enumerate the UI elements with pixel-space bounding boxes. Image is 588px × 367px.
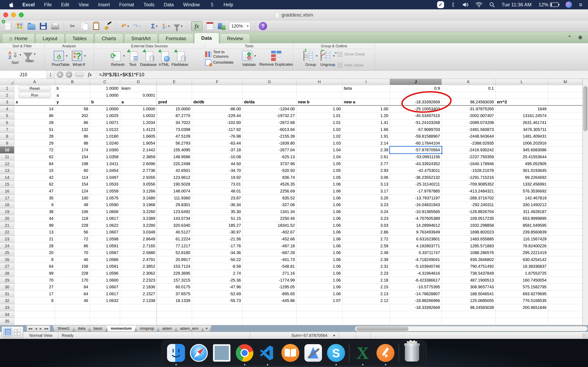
cell-D25[interactable]: 2.5880 <box>120 249 157 256</box>
cell-F7[interactable]: -117.92 <box>192 126 242 133</box>
cell-M13[interactable] <box>548 167 582 174</box>
cell-D13[interactable]: 2.7736 <box>120 167 157 174</box>
cell-E16[interactable]: 148.0074 <box>157 188 192 195</box>
cell-B34[interactable] <box>55 311 90 318</box>
cell-J28[interactable]: -4.31964616 <box>390 270 442 277</box>
cell-L16[interactable]: 576.3536692 <box>495 188 548 195</box>
row-header-27[interactable]: 27 <box>0 263 14 270</box>
cell-H14[interactable]: 1.05 <box>296 174 342 181</box>
cell-M22[interactable] <box>548 229 582 236</box>
cell-C5[interactable]: 1.0025 <box>90 112 120 119</box>
cell-C2[interactable]: 1.0000 <box>90 92 120 99</box>
cell-G7[interactable]: -6013.94 <box>242 126 296 133</box>
cell-I15[interactable]: 3.13 <box>342 181 390 188</box>
confirm-entry-button[interactable]: ✓ <box>66 71 72 78</box>
cell-G22[interactable]: -402.67 <box>242 229 296 236</box>
cell-L30[interactable]: 575.1582795 <box>495 284 548 291</box>
cell-E17[interactable]: 111.9360 <box>157 195 192 202</box>
vertical-scroll-thumb[interactable] <box>583 86 587 131</box>
cell-B5[interactable]: 202 <box>55 112 90 119</box>
cell-M3[interactable] <box>548 99 582 106</box>
cell-A32[interactable]: 8 <box>14 297 55 304</box>
col-header-E[interactable]: E <box>157 79 192 85</box>
group-button[interactable]: +⇓▼ Group <box>303 50 318 67</box>
cell-K3[interactable]: 98.24583039 <box>442 99 495 106</box>
cell-F34[interactable] <box>192 311 242 318</box>
cell-L33[interactable]: 200.9651846 <box>495 304 548 311</box>
cell-J9[interactable]: -60.17844104 <box>390 140 442 147</box>
cell-E4[interactable]: 15.0000 <box>157 106 192 113</box>
cell-K13[interactable]: -1528.21078 <box>442 167 495 174</box>
siri-icon[interactable] <box>566 1 572 8</box>
cell-D19[interactable]: 3.2260 <box>120 208 157 215</box>
cell-E33[interactable] <box>157 304 192 311</box>
row-header-1[interactable]: 1 <box>0 85 14 92</box>
cell-L19[interactable]: 311.4928187 <box>495 208 548 215</box>
sheet-tab-Sheet1[interactable]: Sheet1 <box>53 325 74 332</box>
sheet-tab-adam_ann[interactable]: adam_ann <box>175 325 203 332</box>
cell-M33[interactable] <box>548 304 582 311</box>
cell-A13[interactable]: 15 <box>14 167 55 174</box>
cell-J8[interactable]: -59.81588967 <box>390 133 442 140</box>
cell-L17[interactable]: 142.467819 <box>495 195 548 202</box>
cell-E26[interactable]: 20.8917 <box>157 256 192 263</box>
menu-clock[interactable]: Tue 11:36 AM <box>502 2 532 8</box>
cell-F4[interactable]: -86.00 <box>192 106 242 113</box>
spotlight-icon[interactable] <box>489 2 495 7</box>
cell-E7[interactable]: 73.0398 <box>157 126 192 133</box>
cell-C15[interactable]: 1.0533 <box>90 181 120 188</box>
cell-G1[interactable] <box>242 85 296 92</box>
cell-J31[interactable]: -14.78828807 <box>390 291 442 298</box>
menu-item-data[interactable]: Data <box>164 2 174 8</box>
cell-F22[interactable]: -30.97 <box>192 229 242 236</box>
col-header-J[interactable]: J <box>390 79 442 85</box>
cell-J26[interactable]: -4.718249041 <box>390 256 442 263</box>
cell-D15[interactable]: 3.0556 <box>120 181 157 188</box>
cell-I1[interactable]: beta <box>342 85 390 92</box>
col-header-A[interactable]: A <box>14 79 55 85</box>
row-header-21[interactable]: 21 <box>0 222 14 229</box>
cell-F19[interactable]: 35.30 <box>192 208 242 215</box>
apple-icon[interactable] <box>9 2 15 8</box>
horizontal-scrollbar[interactable] <box>355 326 588 331</box>
cell-L12[interactable]: 495.052905 <box>495 160 548 167</box>
import-filemaker-button[interactable]: FileMaker <box>171 50 188 67</box>
cell-M7[interactable] <box>548 126 582 133</box>
cell-A14[interactable]: 42 <box>14 174 55 181</box>
cell-H25[interactable]: 1.06 <box>296 249 342 256</box>
sheet-tab-basic[interactable]: basic <box>89 325 107 332</box>
cell-K9[interactable]: -2388.02935 <box>442 140 495 147</box>
cell-A22[interactable]: 13 <box>14 229 55 236</box>
col-header-H[interactable]: H <box>296 79 342 85</box>
cell-K11[interactable]: -2237.750359 <box>442 154 495 160</box>
row-header-29[interactable]: 29 <box>0 277 14 284</box>
cell-A24[interactable]: 28 <box>14 243 55 250</box>
cell-H32[interactable]: 1.07 <box>296 297 342 304</box>
cell-J5[interactable]: -45.53497515 <box>390 112 442 119</box>
tab-charts[interactable]: Charts <box>95 33 123 43</box>
col-header-K[interactable]: K <box>442 79 495 85</box>
cell-F23[interactable]: -21.56 <box>192 236 242 243</box>
cell-J18[interactable]: -16.04831943 <box>390 201 442 208</box>
col-header-F[interactable]: F <box>192 79 242 85</box>
tab-layout[interactable]: Layout <box>35 33 65 43</box>
cell-M27[interactable] <box>548 263 582 270</box>
cell-J16[interactable]: -17.9787885 <box>390 188 442 195</box>
cell-H4[interactable]: 1.00 <box>296 106 342 113</box>
cell-G20[interactable]: 2250.46 <box>242 215 296 222</box>
cell-E11[interactable]: 148.9586 <box>157 154 192 160</box>
cell-E14[interactable]: 123.9612 <box>157 174 192 181</box>
safari-dock-icon[interactable] <box>189 343 209 363</box>
cell-M1[interactable] <box>548 85 582 92</box>
tab-data[interactable]: Data <box>194 33 219 43</box>
cell-F31[interactable]: -52.69 <box>192 291 242 298</box>
cell-M6[interactable] <box>548 119 582 126</box>
cell-E28[interactable]: 229.3695 <box>157 270 192 277</box>
cell-K12[interactable]: -1640.178946 <box>442 160 495 167</box>
cell-H1[interactable] <box>296 85 342 92</box>
cell-I32[interactable]: 2.12 <box>342 297 390 304</box>
cell-F27[interactable]: -8.58 <box>192 263 242 270</box>
cell-B22[interactable]: 56 <box>55 229 90 236</box>
cell-E5[interactable]: 87.2775 <box>157 112 192 119</box>
col-header-D[interactable]: D <box>120 79 157 85</box>
